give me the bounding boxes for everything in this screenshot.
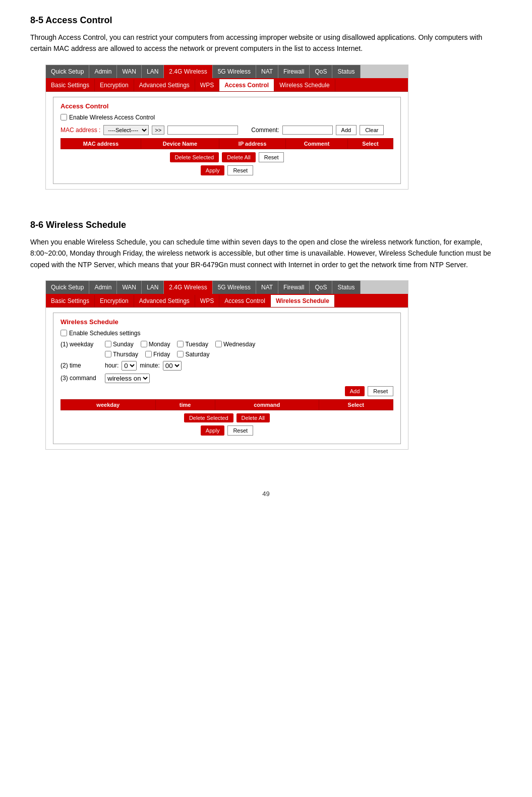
- subnav-bar-1: Basic Settings Encryption Advanced Setti…: [46, 79, 408, 92]
- minute-label: minute:: [140, 362, 159, 369]
- section2-title: 8-6 Wireless Schedule: [30, 220, 502, 230]
- delete-selected-button-2[interactable]: Delete Selected: [184, 413, 233, 422]
- add-button-2[interactable]: Add: [345, 386, 365, 396]
- nav2-admin[interactable]: Admin: [89, 281, 117, 294]
- subnav2-encryption[interactable]: Encryption: [95, 295, 134, 307]
- delete-all-button-2[interactable]: Delete All: [237, 413, 270, 422]
- day-thursday[interactable]: Thursday: [105, 351, 138, 358]
- nav-bar-2: Quick Setup Admin WAN LAN 2.4G Wireless …: [46, 281, 408, 295]
- col-mac-address: MAC address: [61, 138, 141, 149]
- days-group-2: Thursday Friday Saturday: [105, 351, 209, 358]
- command-label: (3) command: [61, 375, 101, 382]
- day-tuesday[interactable]: Tuesday: [177, 341, 208, 348]
- nav2-quick-setup[interactable]: Quick Setup: [46, 281, 89, 294]
- nav-quick-setup[interactable]: Quick Setup: [46, 65, 89, 78]
- nav2-qos[interactable]: QoS: [310, 281, 332, 294]
- hour-label: hour:: [105, 362, 119, 369]
- router-ui-wireless-schedule: Quick Setup Admin WAN LAN 2.4G Wireless …: [45, 280, 408, 450]
- subnav-bar-2: Basic Settings Encryption Advanced Setti…: [46, 295, 408, 308]
- time-row: (2) time hour: 0 minute: 00: [61, 361, 393, 371]
- nav2-firewall[interactable]: Firewall: [278, 281, 310, 294]
- content-area-1: Access Control Enable Wireless Access Co…: [46, 92, 408, 189]
- add-button-1[interactable]: Add: [336, 125, 357, 135]
- mac-address-select[interactable]: ----Select----: [103, 125, 149, 135]
- checkbox-monday[interactable]: [141, 341, 147, 347]
- col-ip-address: IP address: [219, 138, 286, 149]
- apply-button-1[interactable]: Apply: [201, 165, 225, 175]
- access-control-table: MAC address Device Name IP address Comme…: [61, 138, 393, 149]
- checkbox-wednesday[interactable]: [215, 341, 222, 347]
- subnav2-basic-settings[interactable]: Basic Settings: [46, 295, 95, 307]
- page-number: 49: [262, 490, 269, 498]
- enable-schedules-checkbox[interactable]: [61, 330, 67, 336]
- nav-wan[interactable]: WAN: [117, 65, 142, 78]
- nav2-status[interactable]: Status: [332, 281, 360, 294]
- comment-input[interactable]: [282, 126, 333, 135]
- delete-selected-button-1[interactable]: Delete Selected: [170, 152, 219, 162]
- subnav2-access-control[interactable]: Access Control: [219, 295, 271, 307]
- schedule-table: weekday time command Select: [61, 399, 393, 410]
- checkbox-sunday[interactable]: [105, 341, 111, 347]
- col-select: Select: [319, 399, 393, 410]
- mac-address-row: MAC address : ----Select---- >> Comment:…: [61, 125, 393, 135]
- nav-firewall[interactable]: Firewall: [278, 65, 310, 78]
- day-sunday[interactable]: Sunday: [105, 341, 134, 348]
- nav2-nat[interactable]: NAT: [256, 281, 278, 294]
- subnav-access-control[interactable]: Access Control: [219, 79, 274, 91]
- nav-nat[interactable]: NAT: [256, 65, 278, 78]
- col-comment: Comment: [285, 138, 347, 149]
- arrow-button[interactable]: >>: [152, 126, 164, 135]
- checkbox-tuesday[interactable]: [177, 341, 184, 347]
- subnav-basic-settings[interactable]: Basic Settings: [46, 79, 95, 91]
- clear-button[interactable]: Clear: [360, 125, 384, 135]
- reset-button-3[interactable]: Reset: [368, 386, 393, 396]
- reset-button-2[interactable]: Reset: [227, 165, 253, 175]
- panel-wireless-schedule: Wireless Schedule Enable Schedules setti…: [53, 313, 401, 444]
- reset-button-1[interactable]: Reset: [259, 152, 284, 162]
- day-saturday[interactable]: Saturday: [177, 351, 209, 358]
- day-wednesday[interactable]: Wednesday: [215, 341, 255, 348]
- nav2-lan[interactable]: LAN: [142, 281, 164, 294]
- nav-qos[interactable]: QoS: [310, 65, 332, 78]
- subnav2-advanced-settings[interactable]: Advanced Settings: [134, 295, 195, 307]
- day-monday[interactable]: Monday: [141, 341, 170, 348]
- nav-admin[interactable]: Admin: [89, 65, 117, 78]
- subnav-encryption[interactable]: Encryption: [95, 79, 134, 91]
- apply-button-2[interactable]: Apply: [201, 425, 225, 436]
- nav2-2g-wireless[interactable]: 2.4G Wireless: [164, 281, 212, 294]
- day-friday[interactable]: Friday: [145, 351, 170, 358]
- section-wireless-schedule: 8-6 Wireless Schedule When you enable Wi…: [30, 220, 502, 460]
- panel-access-control: Access Control Enable Wireless Access Co…: [53, 97, 401, 184]
- checkbox-saturday[interactable]: [177, 351, 184, 357]
- section2-description: When you enable Wireless Schedule, you c…: [30, 236, 502, 270]
- hour-select[interactable]: 0: [122, 361, 137, 371]
- nav2-wan[interactable]: WAN: [117, 281, 142, 294]
- enable-schedules-label[interactable]: Enable Schedules settings: [61, 330, 393, 337]
- enable-wireless-access-control-label[interactable]: Enable Wireless Access Control: [61, 114, 393, 121]
- time-label: (2) time: [61, 362, 101, 369]
- add-reset-row: Add Reset: [61, 386, 393, 396]
- enable-wireless-access-control-checkbox[interactable]: [61, 114, 67, 120]
- subnav-wps[interactable]: WPS: [195, 79, 219, 91]
- checkbox-friday[interactable]: [145, 351, 152, 357]
- section1-description: Through Access Control, you can restrict…: [30, 32, 502, 54]
- col-device-name: Device Name: [141, 138, 219, 149]
- delete-all-button-1[interactable]: Delete All: [222, 152, 255, 162]
- nav-5g-wireless[interactable]: 5G Wireless: [213, 65, 256, 78]
- nav2-5g-wireless[interactable]: 5G Wireless: [213, 281, 256, 294]
- subnav-wireless-schedule[interactable]: Wireless Schedule: [274, 79, 335, 91]
- checkbox-thursday[interactable]: [105, 351, 111, 357]
- nav-2g-wireless[interactable]: 2.4G Wireless: [164, 65, 212, 78]
- subnav2-wireless-schedule[interactable]: Wireless Schedule: [271, 295, 335, 307]
- time-inputs: hour: 0 minute: 00: [105, 361, 182, 371]
- subnav2-wps[interactable]: WPS: [195, 295, 219, 307]
- subnav-advanced-settings[interactable]: Advanced Settings: [134, 79, 195, 91]
- minute-select[interactable]: 00: [163, 361, 182, 371]
- section1-title: 8-5 Access Control: [30, 15, 502, 26]
- command-select[interactable]: wireless on: [105, 374, 150, 383]
- action-row-4: Apply Reset: [61, 425, 393, 436]
- nav-status[interactable]: Status: [332, 65, 360, 78]
- nav-lan[interactable]: LAN: [142, 65, 164, 78]
- mac-text-input[interactable]: [167, 126, 238, 135]
- reset-button-4[interactable]: Reset: [227, 425, 253, 436]
